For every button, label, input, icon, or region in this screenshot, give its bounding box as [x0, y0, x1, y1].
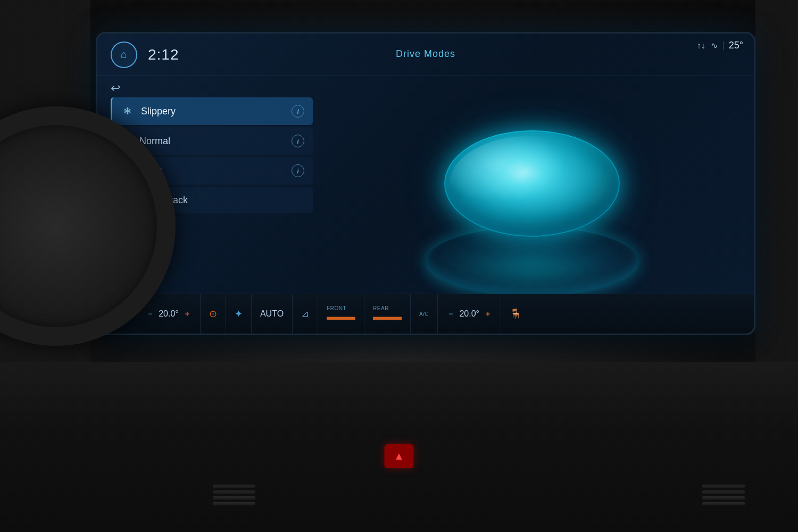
climate-fan: ✦ [226, 294, 252, 334]
vent-right [702, 485, 745, 505]
slippery-icon: ❄ [121, 105, 134, 117]
screen-container: ↑↓ ∿ 25° ⌂ 2:12 Drive Modes ↩ ❄ [96, 32, 755, 335]
climate-seat-right: 🪑 [501, 294, 530, 334]
steering-heat-icon: ⊙ [209, 308, 217, 320]
left-temp-minus[interactable]: − [146, 309, 154, 319]
rear-heat-icon: ▬▬▬ [373, 311, 402, 322]
auto-label: AUTO [260, 309, 284, 319]
orb-container [321, 76, 743, 323]
fan-icon: ✦ [235, 308, 243, 320]
climate-rear: REAR ▬▬▬ [364, 294, 411, 334]
rear-label: REAR [373, 305, 402, 311]
climate-front: FRONT ▬▬▬ [318, 294, 364, 334]
orb-ring [426, 227, 638, 296]
vent-slat [213, 496, 255, 500]
climate-steering: ⊙ [201, 294, 226, 334]
seat-right-icon: 🪑 [510, 308, 521, 320]
home-icon: ⌂ [121, 48, 127, 61]
windshield-icon: ⊿ [301, 308, 309, 320]
normal-info-button[interactable]: i [292, 135, 304, 147]
climate-auto: AUTO [252, 294, 293, 334]
climate-windshield: ⊿ [293, 294, 318, 334]
slippery-label: Slippery [141, 106, 176, 117]
climate-ac: A/C [411, 294, 438, 334]
slippery-info-button[interactable]: i [292, 105, 304, 118]
back-button[interactable]: ↩ [111, 81, 120, 95]
right-temp-plus[interactable]: + [484, 309, 492, 319]
screen-bezel: ↑↓ ∿ 25° ⌂ 2:12 Drive Modes ↩ ❄ [97, 34, 754, 334]
vent-slat [213, 502, 255, 505]
screen-header: ⌂ 2:12 Drive Modes [97, 34, 754, 76]
vent-slat [702, 485, 745, 488]
front-label: FRONT [327, 305, 355, 311]
climate-bar: 🪑 − 20.0° + ⊙ ✦ AUTO [97, 294, 754, 334]
car-interior: ↑↓ ∿ 25° ⌂ 2:12 Drive Modes ↩ ❄ [0, 0, 798, 532]
right-temp-value: 20.0° [459, 309, 479, 319]
left-temp-plus[interactable]: + [183, 309, 192, 319]
left-temp-value: 20.0° [159, 309, 179, 319]
home-button[interactable]: ⌂ [111, 41, 137, 68]
front-heat-icon: ▬▬▬ [327, 311, 355, 322]
vent-slat [213, 491, 255, 494]
screen-title: Drive Modes [396, 48, 455, 60]
ac-label: A/C [419, 311, 429, 317]
orb-main [444, 130, 620, 237]
hazard-icon: ▲ [394, 450, 404, 462]
hazard-button[interactable]: ▲ [385, 444, 414, 468]
dashboard: ▲ [0, 362, 798, 532]
vent-slat [702, 502, 745, 505]
right-temp-minus[interactable]: − [446, 309, 455, 319]
vent-slat [702, 491, 745, 494]
vent-slat [213, 485, 255, 488]
vent-left [213, 485, 255, 505]
drive-mode-slippery[interactable]: ❄ Slippery i [111, 97, 313, 125]
sport-info-button[interactable]: i [292, 164, 304, 177]
clock-display: 2:12 [148, 46, 179, 63]
vent-slat [702, 496, 745, 500]
climate-temp-right: − 20.0° + [438, 294, 501, 334]
